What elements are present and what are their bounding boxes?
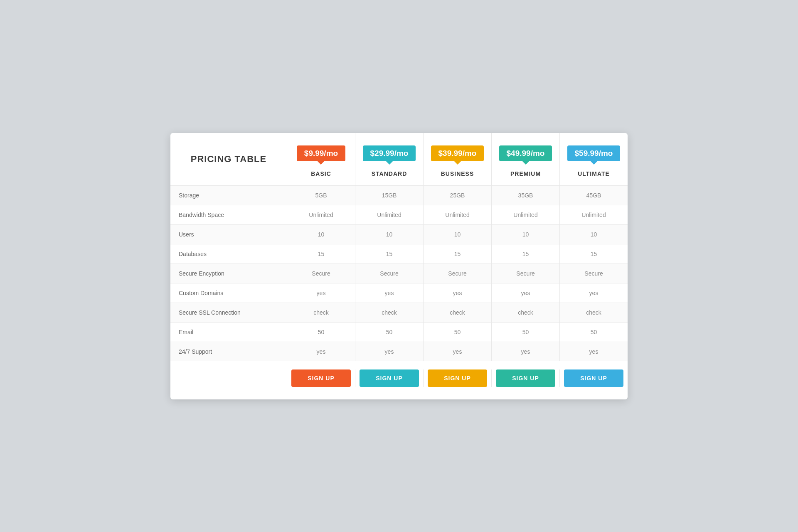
pricing-table-title: PRICING TABLE bbox=[191, 154, 266, 165]
table-row: Databases1515151515 bbox=[170, 244, 628, 264]
plan-name-premium: PREMIUM bbox=[510, 170, 541, 177]
cell-business-5: yes bbox=[423, 283, 491, 303]
table-row: Storage5GB15GB25GB35GB45GB bbox=[170, 185, 628, 205]
cell-standard-6: check bbox=[355, 303, 423, 322]
signup-col-ultimate: SIGN UP bbox=[559, 369, 628, 387]
plan-name-ultimate: ULTIMATE bbox=[578, 170, 610, 177]
cell-business-0: 25GB bbox=[423, 186, 491, 205]
table-row: Custom Domainsyesyesyesyesyes bbox=[170, 283, 628, 303]
table-row: Secure SSL Connectioncheckcheckcheckchec… bbox=[170, 303, 628, 322]
signup-row: SIGN UPSIGN UPSIGN UPSIGN UPSIGN UP bbox=[170, 369, 628, 387]
cell-premium-7: 50 bbox=[491, 323, 559, 342]
cell-basic-5: yes bbox=[287, 283, 355, 303]
cell-basic-2: 10 bbox=[287, 225, 355, 244]
feature-label-0: Storage bbox=[170, 186, 287, 205]
feature-label-1: Bandwidth Space bbox=[170, 205, 287, 224]
cell-basic-4: Secure bbox=[287, 264, 355, 283]
cell-business-1: Unlimited bbox=[423, 205, 491, 224]
cell-standard-7: 50 bbox=[355, 323, 423, 342]
table-row: 24/7 Supportyesyesyesyesyes bbox=[170, 342, 628, 361]
cell-ultimate-4: Secure bbox=[559, 264, 628, 283]
cell-business-3: 15 bbox=[423, 244, 491, 264]
plan-header-basic: $9.99/moBASIC bbox=[287, 133, 355, 185]
price-badge-ultimate: $59.99/mo bbox=[567, 145, 621, 161]
signup-button-basic[interactable]: SIGN UP bbox=[291, 369, 351, 387]
plan-name-standard: STANDARD bbox=[372, 170, 407, 177]
cell-ultimate-1: Unlimited bbox=[559, 205, 628, 224]
cell-premium-1: Unlimited bbox=[491, 205, 559, 224]
feature-label-7: Email bbox=[170, 323, 287, 342]
cell-business-4: Secure bbox=[423, 264, 491, 283]
cell-standard-4: Secure bbox=[355, 264, 423, 283]
signup-button-premium[interactable]: SIGN UP bbox=[496, 369, 555, 387]
table-row: Users1010101010 bbox=[170, 224, 628, 244]
cell-basic-0: 5GB bbox=[287, 186, 355, 205]
cell-ultimate-3: 15 bbox=[559, 244, 628, 264]
signup-button-standard[interactable]: SIGN UP bbox=[360, 369, 419, 387]
pricing-rows: Storage5GB15GB25GB35GB45GBBandwidth Spac… bbox=[170, 185, 628, 361]
pricing-table: PRICING TABLE $9.99/moBASIC$29.99/moSTAN… bbox=[170, 133, 628, 399]
cell-business-7: 50 bbox=[423, 323, 491, 342]
price-badge-business: $39.99/mo bbox=[431, 145, 484, 161]
cell-basic-6: check bbox=[287, 303, 355, 322]
signup-label-spacer bbox=[170, 369, 287, 387]
cell-ultimate-7: 50 bbox=[559, 323, 628, 342]
cell-basic-3: 15 bbox=[287, 244, 355, 264]
cell-standard-1: Unlimited bbox=[355, 205, 423, 224]
table-row: Secure EncyptionSecureSecureSecureSecure… bbox=[170, 264, 628, 283]
table-row: Bandwidth SpaceUnlimitedUnlimitedUnlimit… bbox=[170, 205, 628, 224]
cell-premium-8: yes bbox=[491, 342, 559, 361]
cell-ultimate-2: 10 bbox=[559, 225, 628, 244]
signup-col-basic: SIGN UP bbox=[287, 369, 355, 387]
cell-ultimate-6: check bbox=[559, 303, 628, 322]
plan-header-business: $39.99/moBUSINESS bbox=[423, 133, 491, 185]
signup-col-standard: SIGN UP bbox=[355, 369, 423, 387]
plan-header-ultimate: $59.99/moULTIMATE bbox=[559, 133, 628, 185]
cell-standard-3: 15 bbox=[355, 244, 423, 264]
cell-premium-3: 15 bbox=[491, 244, 559, 264]
cell-standard-8: yes bbox=[355, 342, 423, 361]
cell-premium-2: 10 bbox=[491, 225, 559, 244]
feature-label-2: Users bbox=[170, 225, 287, 244]
cell-premium-4: Secure bbox=[491, 264, 559, 283]
signup-col-premium: SIGN UP bbox=[491, 369, 559, 387]
price-badge-premium: $49.99/mo bbox=[499, 145, 552, 161]
price-badge-standard: $29.99/mo bbox=[363, 145, 416, 161]
cell-business-2: 10 bbox=[423, 225, 491, 244]
plan-name-basic: BASIC bbox=[311, 170, 331, 177]
plan-name-business: BUSINESS bbox=[441, 170, 474, 177]
cell-ultimate-8: yes bbox=[559, 342, 628, 361]
cell-ultimate-5: yes bbox=[559, 283, 628, 303]
cell-premium-0: 35GB bbox=[491, 186, 559, 205]
feature-label-8: 24/7 Support bbox=[170, 342, 287, 361]
cell-business-8: yes bbox=[423, 342, 491, 361]
cell-ultimate-0: 45GB bbox=[559, 186, 628, 205]
cell-basic-8: yes bbox=[287, 342, 355, 361]
table-title-col: PRICING TABLE bbox=[170, 133, 287, 185]
feature-label-4: Secure Encyption bbox=[170, 264, 287, 283]
signup-button-business[interactable]: SIGN UP bbox=[428, 369, 487, 387]
signup-col-business: SIGN UP bbox=[423, 369, 491, 387]
cell-standard-5: yes bbox=[355, 283, 423, 303]
price-badge-basic: $9.99/mo bbox=[297, 145, 345, 161]
plan-header-premium: $49.99/moPREMIUM bbox=[491, 133, 559, 185]
cell-premium-6: check bbox=[491, 303, 559, 322]
feature-label-5: Custom Domains bbox=[170, 283, 287, 303]
cell-premium-5: yes bbox=[491, 283, 559, 303]
pricing-header: PRICING TABLE $9.99/moBASIC$29.99/moSTAN… bbox=[170, 133, 628, 185]
cell-business-6: check bbox=[423, 303, 491, 322]
cell-standard-0: 15GB bbox=[355, 186, 423, 205]
cell-basic-7: 50 bbox=[287, 323, 355, 342]
signup-button-ultimate[interactable]: SIGN UP bbox=[564, 369, 623, 387]
plan-header-standard: $29.99/moSTANDARD bbox=[355, 133, 423, 185]
feature-label-6: Secure SSL Connection bbox=[170, 303, 287, 322]
cell-standard-2: 10 bbox=[355, 225, 423, 244]
table-row: Email5050505050 bbox=[170, 322, 628, 342]
cell-basic-1: Unlimited bbox=[287, 205, 355, 224]
feature-label-3: Databases bbox=[170, 244, 287, 264]
